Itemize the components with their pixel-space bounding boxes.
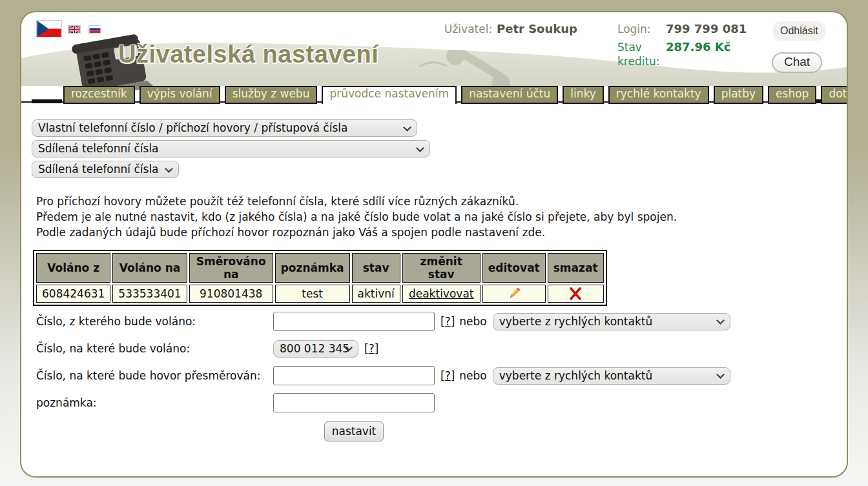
help-link-redirect[interactable]: [?] — [440, 369, 455, 382]
tab-line-left-stub — [32, 99, 62, 103]
tab-rozcestnik[interactable]: rozcestník — [63, 86, 135, 104]
help-link-from[interactable]: [?] — [440, 315, 455, 328]
red-x-icon[interactable] — [568, 287, 583, 301]
cell-called-from: 608424631 — [36, 285, 110, 303]
tab-platby[interactable]: platby — [714, 86, 763, 104]
submit-row: nastavit — [273, 421, 435, 441]
col-edit: editovat — [482, 253, 546, 283]
tab-eshop[interactable]: eshop — [768, 86, 816, 104]
note-label: poznámka: — [36, 396, 273, 409]
redirect-quick-contacts-value: vyberte z rychlých kontaktů — [499, 369, 652, 382]
pencil-icon[interactable] — [506, 286, 522, 301]
deactivate-link[interactable]: deaktivovat — [409, 287, 474, 300]
content-area: Vlastní telefonní číslo / příchozí hovor… — [21, 103, 847, 441]
page-title: Uživatelská nastavení — [118, 41, 378, 68]
number-setup-form: Číslo, z kterého bude voláno: [?] nebo v… — [32, 312, 847, 441]
or-text-redirect: nebo — [459, 369, 486, 382]
cell-status: aktivní — [352, 285, 400, 303]
col-called-to: Voláno na — [112, 253, 187, 283]
group-select-value: Sdílená telefonní čísla — [38, 142, 159, 155]
tab-nastaveni-uctu[interactable]: nastavení účtu — [461, 86, 558, 104]
tab-dotazy[interactable]: dotazy — [821, 86, 848, 104]
to-number-value: 800 012 345 — [280, 342, 349, 355]
col-change-status: změnit stav — [402, 253, 480, 283]
shared-numbers-table: Voláno z Voláno na Směrováno na poznámka… — [33, 250, 607, 306]
cell-note: test — [275, 285, 350, 303]
from-label: Číslo, z kterého bude voláno: — [36, 315, 273, 328]
tab-vypis-volani[interactable]: výpis volání — [140, 86, 220, 104]
to-label: Číslo, na které bude voláno: — [36, 342, 273, 355]
cell-change-status: deaktivovat — [402, 285, 480, 303]
group-select[interactable]: Sdílená telefonní čísla — [32, 140, 430, 157]
user-name: Petr Soukup — [497, 22, 577, 35]
col-delete: smazat — [548, 253, 604, 283]
login-label: Login: — [617, 23, 651, 35]
cell-delete — [548, 285, 604, 303]
col-status: stav — [352, 253, 400, 283]
user-label: Uživatel: — [444, 23, 492, 35]
cell-edit — [482, 285, 546, 303]
or-text: nebo — [459, 315, 486, 328]
intro-line-2: Předem je ale nutné nastavit, kdo (z jak… — [36, 209, 847, 225]
to-number-select[interactable]: 800 012 345 — [273, 340, 358, 358]
tab-linky[interactable]: linky — [563, 86, 604, 104]
redirect-quick-contacts-select[interactable]: vyberte z rychlých kontaktů — [493, 367, 730, 385]
section-select[interactable]: Sdílená telefonní čísla — [32, 161, 179, 178]
tab-pruvodce-nastavenim[interactable]: průvodce nastavením — [322, 86, 457, 104]
tab-sluzby-z-webu[interactable]: služby z webu — [225, 86, 318, 104]
form-row-note: poznámka: — [32, 393, 847, 412]
form-row-from: Číslo, z kterého bude voláno: [?] nebo v… — [32, 312, 847, 331]
cell-routed-to: 910801438 — [189, 285, 273, 303]
redirect-number-input[interactable] — [273, 366, 435, 385]
intro-line-1: Pro příchozí hovory můžete použít též te… — [36, 194, 847, 209]
credit-label: Stav kreditu: — [617, 40, 663, 68]
from-quick-contacts-value: vyberte z rychlých kontaktů — [499, 315, 652, 328]
tab-rychle-kontakty[interactable]: rychlé kontakty — [608, 86, 709, 104]
from-number-input[interactable] — [273, 312, 435, 331]
credit-value: 287.96 Kč — [666, 40, 730, 54]
col-routed-to: Směrováno na — [189, 253, 273, 283]
logout-button[interactable]: Odhlásit — [773, 21, 825, 41]
intro-text: Pro příchozí hovory můžete použít též te… — [36, 194, 847, 240]
redirect-label: Číslo, na které bude hovor přesměrován: — [36, 369, 273, 382]
main-panel: Uživatelská nastavení Uživatel: Petr Sou… — [20, 11, 848, 478]
table-header-row: Voláno z Voláno na Směrováno na poznámka… — [36, 253, 604, 283]
form-row-redirect: Číslo, na které bude hovor přesměrován: … — [32, 366, 847, 385]
col-note: poznámka — [275, 253, 350, 283]
page-header: Uživatelská nastavení Uživatel: Petr Sou… — [21, 12, 847, 103]
category-select[interactable]: Vlastní telefonní číslo / příchozí hovor… — [32, 119, 417, 137]
login-value: 799 799 081 — [666, 22, 747, 35]
chat-button[interactable]: Chat — [772, 52, 822, 73]
table-row: 608424631 533533401 910801438 test aktiv… — [36, 285, 604, 303]
czech-flag-icon[interactable] — [36, 20, 62, 37]
form-row-to: Číslo, na které bude voláno: 800 012 345… — [32, 339, 847, 358]
note-input[interactable] — [273, 393, 435, 412]
main-navigation: rozcestník výpis volání služby z webu pr… — [63, 86, 848, 104]
submit-button[interactable]: nastavit — [324, 421, 384, 441]
col-called-from: Voláno z — [36, 253, 110, 283]
col-change-status-label: změnit stav — [416, 255, 466, 281]
cell-called-to: 533533401 — [112, 285, 187, 303]
from-quick-contacts-select[interactable]: vyberte z rychlých kontaktů — [493, 313, 730, 330]
section-select-value: Sdílená telefonní čísla — [38, 163, 159, 176]
category-select-value: Vlastní telefonní číslo / příchozí hovor… — [38, 121, 347, 134]
intro-line-3: Podle zadaných údajů bude příchozí hovor… — [36, 225, 847, 240]
help-link-to[interactable]: [?] — [364, 342, 378, 355]
